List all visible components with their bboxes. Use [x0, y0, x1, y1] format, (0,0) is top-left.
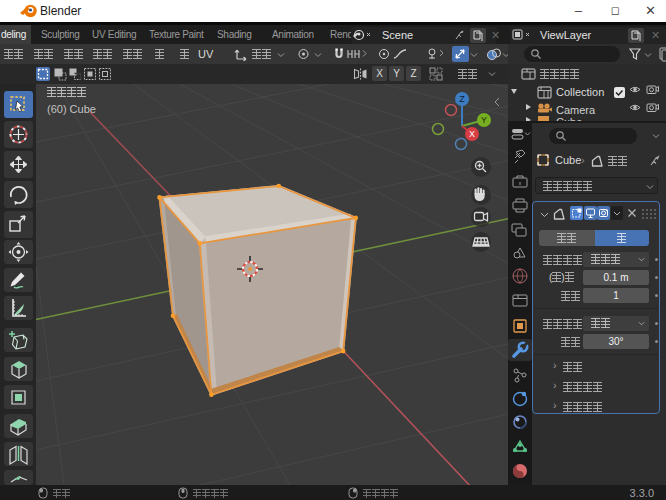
svg-text:X: X [469, 129, 475, 139]
svg-text:Z: Z [459, 94, 465, 104]
svg-text:Y: Y [481, 115, 487, 125]
